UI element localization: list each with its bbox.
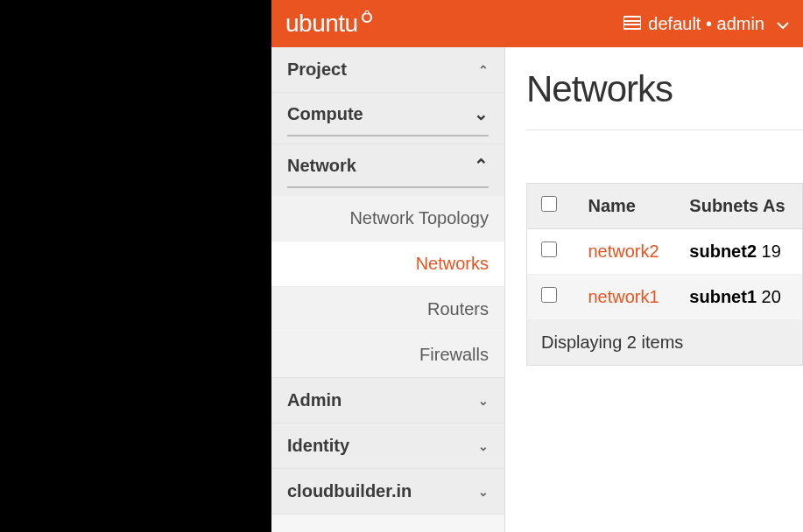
sidebar-sub-compute[interactable]: Compute ⌄: [271, 92, 504, 135]
brand-text: ubuntu: [285, 10, 358, 38]
page-title: Networks: [526, 68, 803, 110]
nav-label: Network Topology: [349, 208, 489, 228]
col-subnets-header[interactable]: Subnets As: [675, 184, 802, 229]
sidebar-panel-cloudbuilder[interactable]: cloudbuilder.in ⌄: [271, 469, 504, 514]
brand-logo[interactable]: ubuntu: [285, 10, 374, 38]
chevron-up-icon: ⌃: [478, 63, 489, 77]
table-row: network1 subnet1 20: [527, 275, 803, 320]
context-label: default • admin: [648, 14, 764, 34]
sidebar-item-firewalls[interactable]: Firewalls: [271, 332, 504, 377]
table-footer-info: Displaying 2 items: [527, 320, 803, 366]
col-name-header[interactable]: Name: [574, 184, 676, 229]
chevron-down-icon: ⌄: [478, 439, 489, 453]
sidebar-sub-network[interactable]: Network ⌃: [271, 144, 504, 186]
sidebar-sub-label: Compute: [287, 104, 363, 124]
nav-label: Networks: [416, 254, 489, 273]
sidebar-panel-identity[interactable]: Identity ⌄: [271, 424, 504, 468]
top-header: ubuntu default • admin: [271, 0, 803, 47]
sidebar-sub-label: Network: [287, 156, 356, 176]
context-switcher[interactable]: default • admin: [623, 14, 789, 34]
sidebar-panel-admin[interactable]: Admin ⌄: [271, 378, 504, 423]
chevron-up-icon: ⌃: [474, 155, 489, 176]
select-all-checkbox[interactable]: [541, 196, 557, 212]
network-link[interactable]: network2: [588, 242, 659, 261]
networks-table: Name Subnets As network2: [526, 183, 803, 366]
domain-icon: [623, 14, 641, 34]
sidebar-panel-label: Project: [287, 60, 347, 80]
title-divider: [526, 130, 803, 130]
subnet-label: subnet2: [689, 242, 757, 261]
sidebar-item-networks[interactable]: Networks: [271, 241, 504, 286]
sidebar: Project ⌃ Compute ⌄ Network ⌃ Network: [271, 47, 505, 532]
svg-rect-2: [623, 17, 641, 29]
sidebar-panel-label: Identity: [287, 436, 349, 456]
chevron-down-icon: ⌄: [478, 485, 489, 499]
sidebar-panel-project[interactable]: Project ⌃: [271, 47, 504, 92]
chevron-down-icon: ⌄: [474, 103, 489, 124]
subnet-label: subnet1: [689, 287, 757, 306]
svg-point-1: [365, 10, 369, 14]
divider-line: [287, 186, 489, 188]
nav-label: Firewalls: [419, 345, 489, 364]
row-checkbox[interactable]: [541, 242, 557, 257]
subnet-rest: 20: [762, 287, 781, 306]
divider-line: [287, 135, 489, 136]
network-link[interactable]: network1: [588, 287, 659, 306]
brand-circle-icon: [360, 10, 374, 29]
sidebar-item-routers[interactable]: Routers: [271, 286, 504, 332]
caret-down-icon: [777, 14, 789, 34]
left-black-margin: [0, 0, 271, 532]
sidebar-panel-label: Admin: [287, 390, 342, 410]
nav-label: Routers: [427, 299, 489, 318]
row-checkbox[interactable]: [541, 287, 557, 303]
sidebar-panel-label: cloudbuilder.in: [287, 481, 412, 501]
subnet-rest: 19: [762, 242, 781, 261]
chevron-down-icon: ⌄: [478, 394, 489, 408]
sidebar-item-network-topology[interactable]: Network Topology: [271, 195, 504, 241]
table-row: network2 subnet2 19: [527, 229, 803, 275]
main-content: Networks Name Subnets As: [505, 47, 803, 532]
